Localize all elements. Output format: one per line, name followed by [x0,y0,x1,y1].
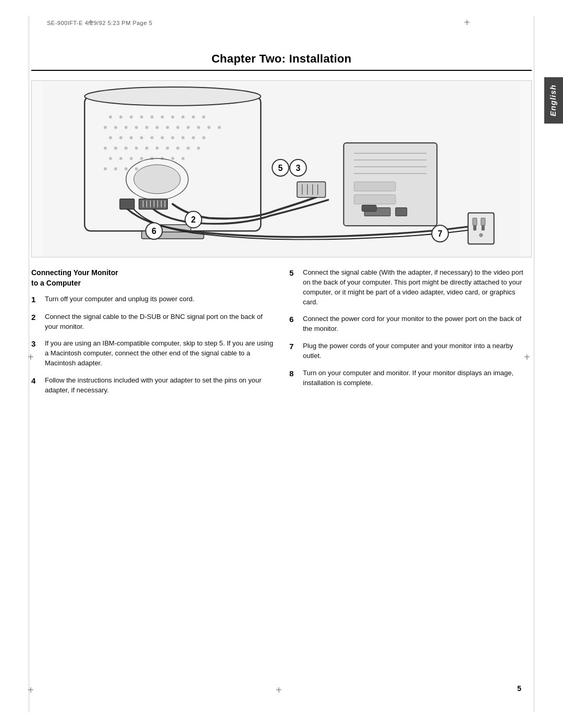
step-number-1: 1 [31,294,41,305]
svg-point-61 [134,165,180,194]
svg-point-35 [104,146,107,150]
step-3: 3 If you are using an IBM-compatible com… [31,339,274,368]
svg-point-5 [130,116,133,119]
crosshair-top-right [465,20,474,29]
svg-point-20 [176,126,179,129]
step-7: 7 Plug the power cords of your computer … [289,341,532,361]
svg-point-45 [109,157,112,160]
svg-point-27 [130,136,133,139]
header-meta: SE-900IFT-E 4/29/92 5:23 PM Page 5 [47,20,152,26]
svg-text:7: 7 [438,229,443,238]
svg-point-26 [119,136,123,139]
title-divider [31,70,532,71]
svg-point-9 [171,116,174,119]
svg-point-56 [135,167,138,170]
svg-point-51 [171,157,174,160]
svg-point-53 [104,167,107,170]
svg-point-12 [202,116,205,119]
step-text-7: Plug the power cords of your computer an… [303,341,532,361]
svg-point-16 [135,126,138,129]
svg-rect-84 [473,218,477,225]
svg-point-14 [114,126,117,129]
svg-point-40 [155,146,158,150]
svg-point-23 [207,126,211,129]
svg-point-86 [480,233,483,237]
step-5: 5 Connect the signal cable (With the ada… [289,268,532,307]
svg-point-33 [192,136,195,139]
svg-rect-78 [354,182,396,191]
svg-point-46 [119,157,123,160]
step-text-2: Connect the signal cable to the D-SUB or… [45,312,274,332]
svg-rect-81 [396,208,407,216]
svg-point-6 [140,116,143,119]
svg-point-31 [171,136,174,139]
svg-point-28 [140,136,143,139]
svg-point-21 [187,126,190,129]
svg-point-34 [202,136,205,139]
svg-point-48 [140,157,143,160]
crosshair-top-left [89,20,98,29]
svg-rect-87 [473,225,476,230]
svg-point-30 [161,136,164,139]
svg-point-3 [109,116,112,119]
svg-point-32 [181,136,185,139]
svg-point-17 [145,126,149,129]
svg-point-22 [197,126,200,129]
svg-rect-79 [354,195,396,204]
svg-point-29 [150,136,153,139]
step-text-3: If you are using an IBM-compatible compu… [45,339,274,368]
svg-point-15 [125,126,128,129]
step-number-4: 4 [31,376,41,386]
right-column: 5 Connect the signal cable (With the ada… [289,268,532,403]
instructions-section: Connecting Your Monitor to a Computer 1 … [31,268,532,403]
svg-point-39 [145,146,149,150]
language-tab: English [544,77,563,124]
main-content: Chapter Two: Installation [31,31,532,697]
svg-point-4 [119,116,123,119]
step-text-5: Connect the signal cable (With the adapt… [303,268,532,307]
svg-point-19 [166,126,169,129]
svg-point-7 [150,116,153,119]
step-number-3: 3 [31,339,41,349]
svg-point-11 [192,116,195,119]
step-text-4: Follow the instructions included with yo… [45,376,274,396]
svg-point-47 [130,157,133,160]
step-text-1: Turn off your computer and unplug its po… [45,294,194,304]
chapter-title: Chapter Two: Installation [31,52,532,66]
svg-text:5: 5 [278,164,283,172]
step-1: 1 Turn off your computer and unplug its … [31,294,274,305]
svg-point-52 [181,157,185,160]
svg-point-37 [125,146,128,150]
step-number-5: 5 [289,268,299,278]
svg-point-41 [166,146,169,150]
page-number: 5 [517,684,521,693]
svg-point-42 [176,146,179,150]
step-number-6: 6 [289,314,299,325]
svg-point-44 [197,146,200,150]
installation-diagram: 5 3 2 6 7 [31,80,532,257]
svg-point-38 [135,146,138,150]
left-border-line [29,16,29,712]
svg-point-25 [109,136,112,139]
svg-point-2 [84,87,261,106]
svg-rect-88 [482,225,485,230]
svg-rect-70 [120,199,134,209]
svg-rect-83 [468,213,494,244]
svg-text:2: 2 [191,215,196,224]
svg-text:3: 3 [296,164,300,172]
step-number-8: 8 [289,368,299,379]
svg-point-8 [161,116,164,119]
svg-text:6: 6 [152,227,156,236]
step-text-8: Turn on your computer and monitor. If yo… [303,368,532,388]
step-text-6: Connect the power cord for your monitor … [303,314,532,334]
left-column: Connecting Your Monitor to a Computer 1 … [31,268,274,403]
section-heading: Connecting Your Monitor to a Computer [31,268,274,288]
step-number-7: 7 [289,341,299,352]
step-4: 4 Follow the instructions included with … [31,376,274,396]
step-8: 8 Turn on your computer and monitor. If … [289,368,532,388]
svg-rect-85 [481,218,485,225]
svg-point-55 [125,167,128,170]
svg-rect-89 [297,182,326,198]
svg-rect-82 [362,205,376,212]
step-6: 6 Connect the power cord for your monito… [289,314,532,334]
